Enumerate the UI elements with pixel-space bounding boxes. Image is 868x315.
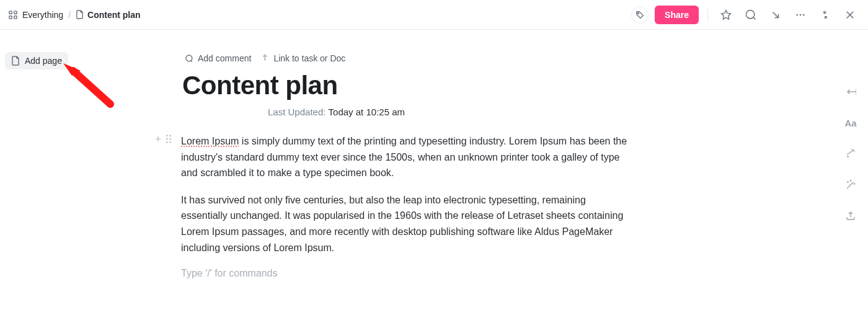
svg-point-14: [169, 138, 170, 140]
document-icon: [76, 10, 84, 19]
breadcrumb-root[interactable]: Everything: [22, 10, 63, 20]
svg-point-13: [166, 138, 167, 140]
content-column: Add comment Link to task or Doc Content …: [174, 30, 833, 315]
svg-point-18: [848, 182, 849, 183]
comment-icon: [185, 54, 194, 63]
paragraph-text: It has survived not only five centuries,…: [181, 195, 623, 253]
paragraph-text: is simply dummy text of the printing and…: [181, 136, 627, 178]
close-icon[interactable]: [841, 6, 859, 24]
breadcrumb-current-label: Content plan: [87, 10, 141, 20]
tag-icon[interactable]: [631, 6, 649, 24]
svg-point-11: [166, 135, 167, 136]
plus-icon[interactable]: [154, 135, 162, 143]
breadcrumb: Everything / Content plan: [9, 10, 141, 20]
page-title[interactable]: Content plan: [182, 71, 627, 100]
svg-point-20: [854, 184, 855, 185]
svg-rect-3: [14, 16, 17, 18]
link-task-label: Link to task or Doc: [273, 53, 345, 63]
paragraph-block[interactable]: Lorem Ipsum is simply dummy text of the …: [181, 133, 627, 181]
star-icon[interactable]: [717, 6, 735, 24]
typography-button[interactable]: Aa: [842, 114, 859, 131]
topbar-actions: Share: [631, 6, 859, 24]
arrow-annotation-icon: [62, 62, 118, 112]
breadcrumb-current[interactable]: Content plan: [76, 10, 141, 20]
svg-point-12: [169, 135, 170, 136]
svg-point-15: [166, 141, 167, 143]
add-page-button[interactable]: Add page: [5, 52, 68, 69]
svg-rect-2: [9, 16, 12, 18]
link-icon: [261, 54, 270, 63]
svg-point-19: [850, 180, 851, 182]
svg-point-17: [848, 156, 849, 158]
link-task-button[interactable]: Link to task or Doc: [261, 53, 345, 63]
export-icon[interactable]: [842, 207, 859, 224]
svg-rect-0: [9, 11, 12, 13]
ai-spark-icon[interactable]: [842, 145, 859, 162]
topbar: Everything / Content plan Share: [0, 0, 868, 30]
svg-point-16: [169, 141, 170, 143]
page-plus-icon: [11, 56, 20, 66]
body: Add page Add comment Lin: [0, 30, 868, 315]
last-updated: Last Updated: Today at 10:25 am: [181, 107, 627, 117]
right-rail: Aa: [833, 30, 868, 315]
command-placeholder[interactable]: Type '/' for commands: [181, 267, 627, 279]
add-comment-button[interactable]: Add comment: [185, 53, 251, 63]
share-button[interactable]: Share: [655, 6, 699, 24]
svg-rect-1: [14, 11, 17, 13]
svg-point-7: [800, 14, 802, 16]
svg-point-8: [803, 14, 805, 16]
doc-toolbar: Add comment Link to task or Doc: [181, 53, 627, 63]
drag-handle-icon[interactable]: [165, 135, 172, 143]
svg-point-6: [796, 14, 798, 16]
indent-icon[interactable]: [842, 83, 859, 100]
collapse-icon[interactable]: [816, 6, 835, 24]
add-page-label: Add page: [25, 56, 62, 66]
block-handles[interactable]: [154, 135, 172, 143]
svg-point-5: [746, 10, 755, 18]
last-updated-value: Today at 10:25 am: [329, 107, 405, 117]
more-icon[interactable]: [791, 6, 810, 24]
breadcrumb-separator: /: [68, 10, 71, 20]
paragraph-block[interactable]: It has survived not only five centuries,…: [181, 192, 627, 255]
svg-point-4: [638, 12, 639, 14]
search-comment-icon[interactable]: [742, 6, 760, 24]
grid-icon: [9, 11, 17, 19]
divider: [707, 8, 708, 22]
sidebar: Add page: [0, 30, 174, 315]
last-updated-label: Last Updated:: [268, 107, 326, 117]
paragraph-text-spellcheck: Lorem Ipsum: [181, 136, 239, 146]
download-icon[interactable]: [766, 6, 785, 24]
add-comment-label: Add comment: [198, 53, 251, 63]
magic-wand-icon[interactable]: [842, 176, 859, 193]
document: Add comment Link to task or Doc Content …: [181, 30, 627, 315]
